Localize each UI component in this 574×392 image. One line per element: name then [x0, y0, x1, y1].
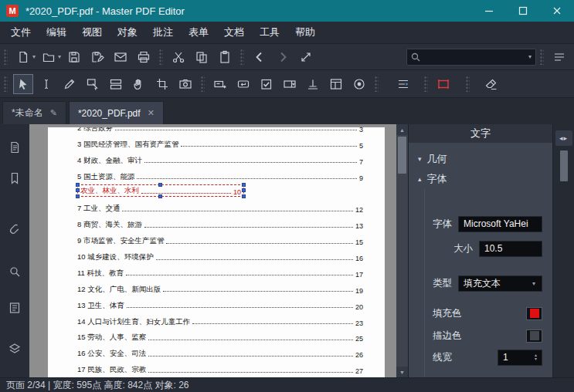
- toc-entry[interactable]: 10 城乡建设、环境保护 16: [77, 246, 363, 262]
- toolbar-grip[interactable]: [4, 76, 8, 92]
- selection-handle[interactable]: [242, 188, 246, 192]
- font-family-field[interactable]: Microsoft YaHei: [458, 216, 542, 232]
- paste-button[interactable]: [215, 47, 235, 67]
- toc-text-object[interactable]: 15 劳动、人事、监察 25: [77, 333, 363, 343]
- toc-text-object[interactable]: 14 人口与计划生育、妇女儿童工作 23: [77, 317, 363, 327]
- tab-untitled[interactable]: *未命名 ✎: [2, 101, 66, 124]
- search-input[interactable]: [423, 52, 525, 63]
- signature-field-tool[interactable]: [303, 74, 323, 94]
- cut-button[interactable]: [168, 47, 189, 67]
- titlebar[interactable]: M *2020_PDF.pdf - Master PDF Editor: [0, 0, 574, 22]
- email-button[interactable]: [110, 47, 131, 67]
- tab-close-icon[interactable]: ✕: [148, 108, 155, 118]
- selection-handle[interactable]: [158, 183, 162, 187]
- pdf-page[interactable]: 2 综合政务 3 3 国民经济管理、国有资产监管 5: [48, 127, 385, 377]
- properties-panel-button[interactable]: [7, 300, 22, 316]
- selection-handle[interactable]: [158, 194, 162, 198]
- toc-entry[interactable]: 14 人口与计划生育、妇女儿童工作 23: [77, 311, 363, 327]
- layers-panel-button[interactable]: [7, 341, 22, 357]
- scroll-up-button[interactable]: ▲: [396, 124, 408, 135]
- snapshot-tool[interactable]: [175, 74, 195, 94]
- fill-color-swatch[interactable]: [526, 307, 542, 320]
- back-button[interactable]: [250, 47, 270, 67]
- selection-handle[interactable]: [242, 183, 246, 187]
- text-tool[interactable]: [36, 74, 56, 94]
- toc-text-object[interactable]: 5 国土资源、能源 9: [77, 172, 363, 182]
- scroll-down-button[interactable]: ▼: [396, 367, 408, 377]
- new-document-dropdown-caret[interactable]: ▾: [32, 53, 36, 60]
- document-scrollbar[interactable]: ▲ ▼: [396, 124, 408, 377]
- toc-text-object[interactable]: 3 国民经济管理、国有资产监管 5: [77, 140, 363, 150]
- save-button[interactable]: [64, 47, 84, 67]
- toolbar-grip[interactable]: [466, 76, 470, 92]
- section-font[interactable]: ▴ 字体: [409, 169, 552, 189]
- toc-text-object[interactable]: 农业、林业、水利 10: [77, 184, 244, 197]
- tab-2020-pdf[interactable]: *2020_PDF.pdf ✕: [69, 101, 164, 124]
- panel-scrollbar-thumb[interactable]: [560, 150, 568, 181]
- toc-entry[interactable]: 3 国民经济管理、国有资产监管 5: [77, 133, 363, 150]
- toc-text-object[interactable]: 13 卫生、体育 20: [77, 301, 363, 311]
- toc-entry[interactable]: 5 国土资源、能源 9: [77, 166, 363, 182]
- panel-collapse-button[interactable]: ◂▸: [555, 130, 572, 146]
- menu-item[interactable]: 工具: [252, 22, 287, 43]
- thumbnails-panel-button[interactable]: [7, 140, 22, 155]
- crop-tool[interactable]: [152, 74, 172, 94]
- edit-pen-icon[interactable]: ✎: [50, 108, 57, 118]
- bookmarks-panel-button[interactable]: [7, 171, 22, 186]
- font-size-field[interactable]: 10.5: [479, 241, 542, 257]
- toc-text-object[interactable]: 10 城乡建设、环境保护 16: [77, 252, 363, 262]
- line-width-field[interactable]: 1 ▴ ▾: [498, 350, 542, 366]
- close-button[interactable]: [540, 0, 574, 22]
- menu-item[interactable]: 编辑: [39, 22, 74, 43]
- toolbar-grip[interactable]: [201, 76, 205, 92]
- stroke-color-swatch[interactable]: [526, 329, 542, 343]
- selection-handle[interactable]: [76, 194, 80, 198]
- listbox-field-tool[interactable]: [326, 74, 346, 94]
- selection-handle[interactable]: [76, 188, 80, 192]
- toc-entry[interactable]: 11 科技、教育 17: [77, 262, 363, 279]
- eraser-tool[interactable]: [481, 74, 501, 94]
- toolbar-grip[interactable]: [240, 49, 244, 65]
- maximize-button[interactable]: [506, 0, 540, 22]
- scrollbar-thumb[interactable]: [398, 137, 406, 174]
- toc-entry[interactable]: 13 卫生、体育 20: [77, 295, 363, 311]
- toc-text-object[interactable]: 8 商贸、海关、旅游 13: [77, 220, 363, 230]
- hand-tool[interactable]: [129, 74, 149, 94]
- toolbar-grip[interactable]: [159, 49, 163, 65]
- toolbar-grip[interactable]: [375, 76, 379, 92]
- menu-item[interactable]: 视图: [74, 22, 110, 43]
- toolbar-grip[interactable]: [540, 49, 544, 65]
- checkbox-field-tool[interactable]: [256, 74, 277, 94]
- toc-entry[interactable]: 15 劳动、人事、监察 25: [77, 327, 363, 343]
- button-field-tool[interactable]: [233, 74, 253, 94]
- toc-entry[interactable]: 4 财政、金融、审计 7: [77, 150, 363, 166]
- minimize-button[interactable]: [472, 0, 506, 22]
- toc-text-object[interactable]: 9 市场监管、安全生产监管 15: [77, 236, 363, 246]
- selection-handle[interactable]: [76, 183, 80, 187]
- toc-text-object[interactable]: 2 综合政务 3: [77, 127, 363, 133]
- copy-button[interactable]: [192, 47, 212, 67]
- select-tool[interactable]: [13, 74, 33, 94]
- spinner-buttons[interactable]: ▴ ▾: [535, 353, 537, 361]
- text-field-tool[interactable]: [210, 74, 230, 94]
- search-dropdown-caret[interactable]: ▾: [528, 53, 532, 60]
- toc-entry[interactable]: 2 综合政务 3: [77, 127, 363, 133]
- toc-text-object[interactable]: 4 财政、金融、审计 7: [77, 156, 363, 166]
- toc-text-object[interactable]: 16 公安、安全、司法 26: [77, 349, 363, 359]
- toolbar-grip[interactable]: [4, 49, 8, 65]
- edit-document-tool[interactable]: [59, 74, 80, 94]
- toc-entry[interactable]: 12 文化、广电、新闻出版 19: [77, 279, 363, 295]
- toc-entry[interactable]: 8 商贸、海关、旅游 13: [77, 214, 363, 230]
- align-tool[interactable]: [393, 74, 413, 94]
- document-area[interactable]: 2 综合政务 3 3 国民经济管理、国有资产监管 5: [29, 124, 408, 377]
- search-panel-button[interactable]: [7, 264, 22, 279]
- attachments-panel-button[interactable]: [7, 221, 22, 237]
- radio-button-field-tool[interactable]: [349, 74, 369, 94]
- selection-handle[interactable]: [242, 194, 246, 198]
- toc-text-object[interactable]: 11 科技、教育 17: [77, 269, 363, 279]
- open-dropdown-caret[interactable]: ▾: [58, 53, 61, 60]
- expand-view-button[interactable]: [296, 47, 316, 67]
- save-as-button[interactable]: [87, 47, 107, 67]
- open-button[interactable]: [39, 47, 59, 67]
- fill-type-dropdown[interactable]: 填充文本 ▾: [458, 275, 542, 292]
